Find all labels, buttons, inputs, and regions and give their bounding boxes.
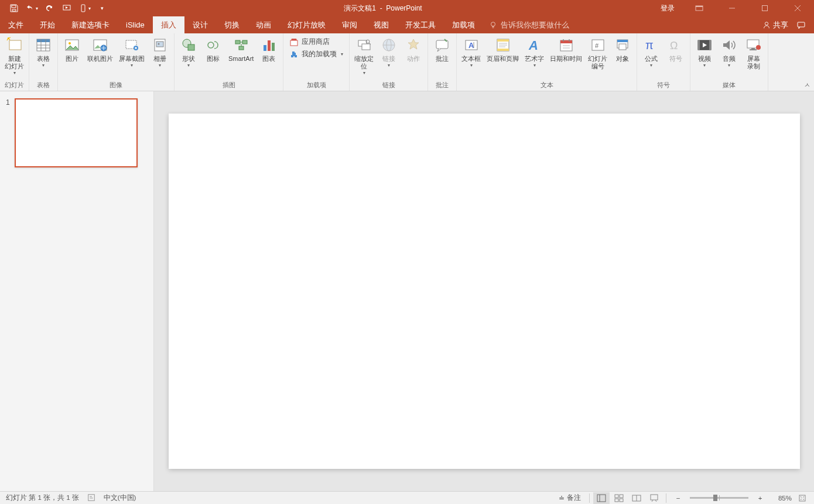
headerfooter-button[interactable]: 页眉和页脚	[484, 35, 521, 64]
datetime-button[interactable]: 日期和时间	[548, 35, 584, 64]
zoom-slider-thumb[interactable]	[713, 495, 717, 501]
qat-customize-button[interactable]: ▾	[94, 2, 110, 15]
online-picture-button[interactable]: 联机图片	[85, 35, 115, 64]
slide-thumbnail-image[interactable]	[15, 98, 138, 167]
svg-rect-73	[698, 40, 700, 50]
table-button[interactable]: 表格 ▾	[32, 35, 55, 69]
screenrec-label: 屏幕 录制	[747, 55, 760, 70]
slidenum-button[interactable]: # 幻灯片 编号	[586, 35, 610, 71]
svg-rect-36	[239, 46, 244, 50]
object-label: 对象	[616, 55, 629, 63]
svg-rect-40	[290, 40, 297, 46]
maximize-button[interactable]	[752, 0, 778, 16]
tab-devtools[interactable]: 开发工具	[397, 16, 444, 33]
spellcheck-button[interactable]	[87, 493, 95, 503]
slide-thumbnail-1[interactable]: 1	[6, 98, 148, 167]
svg-rect-69	[619, 44, 626, 50]
smartart-icon	[232, 36, 251, 54]
textbox-icon: A	[462, 36, 481, 54]
slide-thumbnail-panel[interactable]: 1	[0, 91, 154, 491]
picture-button[interactable]: 图片	[60, 35, 84, 64]
normal-view-button[interactable]	[593, 492, 610, 504]
hyperlink-button[interactable]: 链接 ▾	[377, 35, 401, 69]
new-slide-icon	[5, 36, 24, 54]
chevron-down-icon: ▾	[388, 63, 390, 68]
touch-mode-button[interactable]: ▾	[76, 2, 93, 15]
tab-newtab[interactable]: 新建选项卡	[63, 16, 118, 33]
new-slide-button[interactable]: 新建 幻灯片 ▾	[2, 35, 26, 77]
comment-icon	[433, 36, 452, 54]
fit-window-button[interactable]	[794, 492, 810, 504]
tab-insert[interactable]: 插入	[153, 16, 184, 33]
undo-button[interactable]: ▾	[23, 2, 40, 15]
tell-me-search[interactable]: 告诉我你想要做什么	[483, 16, 575, 33]
login-button[interactable]: 登录	[656, 4, 679, 13]
slide-canvas[interactable]	[169, 114, 800, 469]
equation-button[interactable]: π 公式 ▾	[639, 35, 663, 69]
svg-rect-16	[37, 39, 50, 42]
audio-button[interactable]: 音频 ▾	[717, 35, 741, 69]
zoom-out-button[interactable]: −	[670, 492, 686, 504]
tab-transition[interactable]: 切换	[216, 16, 248, 33]
tab-slideshow[interactable]: 幻灯片放映	[279, 16, 334, 33]
tab-view[interactable]: 视图	[365, 16, 397, 33]
language-button[interactable]: 中文(中国)	[104, 493, 136, 502]
notes-button[interactable]: ≐ 备注	[554, 493, 586, 502]
chart-button[interactable]: 图表	[257, 35, 281, 64]
tab-home[interactable]: 开始	[32, 16, 63, 33]
textbox-button[interactable]: A 文本框 ▾	[459, 35, 483, 69]
tab-review[interactable]: 审阅	[334, 16, 365, 33]
group-media-label: 媒体	[723, 80, 736, 91]
screenrec-icon	[744, 36, 763, 54]
minimize-button[interactable]	[719, 0, 745, 16]
app-store-button[interactable]: 应用商店	[289, 37, 343, 47]
wordart-button[interactable]: A 艺术字 ▾	[522, 35, 546, 69]
screenrec-button[interactable]: 屏幕 录制	[742, 35, 765, 71]
tab-file[interactable]: 文件	[0, 16, 32, 33]
smartart-button[interactable]: SmartArt	[226, 35, 256, 64]
zoom-in-button[interactable]: +	[752, 492, 768, 504]
collapse-ribbon-button[interactable]: ㅅ	[804, 81, 810, 90]
slideshow-view-button[interactable]	[646, 492, 662, 504]
svg-text:π: π	[645, 39, 654, 52]
svg-rect-54	[497, 49, 509, 51]
comment-button[interactable]: 批注	[430, 35, 454, 64]
comments-icon[interactable]	[796, 20, 806, 30]
start-from-beginning-button[interactable]	[59, 2, 75, 15]
share-button[interactable]: 共享	[762, 20, 788, 30]
zoom-slider[interactable]	[690, 497, 748, 499]
svg-point-22	[69, 42, 71, 44]
zoom-button[interactable]: 缩放定 位 ▾	[352, 35, 376, 77]
chart-icon	[259, 36, 278, 54]
zoom-level[interactable]: 85%	[769, 495, 793, 502]
shape-button[interactable]: 形状 ▾	[177, 35, 200, 69]
slide-info[interactable]: 幻灯片 第 1 张，共 1 张	[6, 493, 79, 502]
screenshot-button[interactable]: 屏幕截图 ▾	[117, 35, 147, 69]
slide-canvas-area[interactable]	[154, 91, 814, 491]
svg-rect-12	[798, 22, 805, 27]
reading-view-button[interactable]	[628, 492, 645, 504]
group-link: 缩放定 位 ▾ 链接 ▾ 动作 链接	[350, 33, 428, 91]
group-media: 视频 ▾ 音频 ▾ 屏幕 录制 媒体	[690, 33, 768, 91]
object-button[interactable]: 对象	[611, 35, 634, 64]
picture-icon	[63, 36, 81, 54]
tab-addins[interactable]: 加载项	[444, 16, 483, 33]
tab-islide[interactable]: iSlide	[118, 16, 153, 33]
action-button[interactable]: 动作	[402, 35, 425, 64]
redo-button[interactable]	[41, 2, 57, 15]
icon-button[interactable]: 图标	[201, 35, 225, 64]
group-text: A 文本框 ▾ 页眉和页脚 A 艺术字 ▾ 日期和时间 # 幻灯片 编号	[457, 33, 637, 91]
close-button[interactable]	[785, 0, 810, 16]
ribbon-tabs: 文件 开始 新建选项卡 iSlide 插入 设计 切换 动画 幻灯片放映 审阅 …	[0, 16, 814, 33]
tab-design[interactable]: 设计	[184, 16, 216, 33]
save-button[interactable]	[6, 2, 22, 15]
group-link-label: 链接	[382, 80, 395, 91]
svg-text:#: #	[595, 42, 599, 49]
my-addins-button[interactable]: 我的加载项 ▾	[289, 49, 343, 59]
ribbon-display-button[interactable]	[686, 0, 712, 16]
symbol-button[interactable]: Ω 符号	[664, 35, 688, 64]
sorter-view-button[interactable]	[611, 492, 627, 504]
video-button[interactable]: 视频 ▾	[693, 35, 716, 69]
album-button[interactable]: 相册 ▾	[148, 35, 172, 69]
tab-animation[interactable]: 动画	[248, 16, 279, 33]
